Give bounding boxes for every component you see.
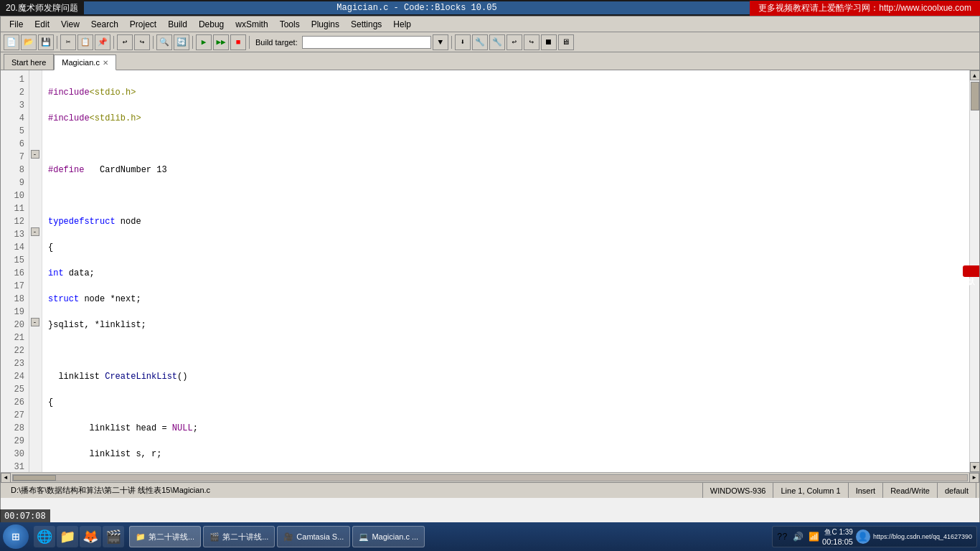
status-mode: Insert — [849, 483, 884, 498]
taskbar-ie-icon[interactable]: 🌐 — [34, 526, 55, 547]
toolbar-sep-5 — [249, 36, 250, 49]
tray-avatar: 👤 — [856, 529, 870, 544]
taskbar-icon-4: 💻 — [359, 532, 369, 542]
taskbar-btn-4[interactable]: 💻 Magician.c ... — [352, 526, 425, 547]
taskbar-label-3: Camtasia S... — [296, 532, 344, 541]
menu-file[interactable]: File — [4, 18, 29, 31]
toolbar-down-arrow[interactable]: ▼ — [433, 34, 448, 50]
toolbar-undo[interactable]: ↩ — [117, 34, 133, 50]
menu-project[interactable]: Project — [124, 18, 162, 31]
fold-column: - - - — [29, 70, 42, 472]
toolbar-open[interactable]: 📂 — [21, 34, 37, 50]
horizontal-scroll-thumb[interactable] — [13, 475, 56, 481]
fold-7[interactable]: - — [31, 150, 39, 159]
scroll-left-arrow[interactable]: ◄ — [1, 473, 11, 483]
menu-debug[interactable]: Debug — [193, 18, 230, 31]
taskbar-media-icon[interactable]: 🎬 — [103, 526, 124, 547]
tab-magician[interactable]: Magician.c ✕ — [54, 55, 116, 70]
code-line-10: }sqlist, *linklist; — [48, 319, 963, 331]
scroll-thumb[interactable] — [971, 82, 979, 110]
toolbar-replace[interactable]: 🔄 — [174, 34, 189, 50]
code-line-11 — [48, 344, 963, 357]
toolbar-sep-1 — [57, 36, 57, 49]
tab-close-icon[interactable]: ✕ — [103, 59, 108, 67]
ide-window: File Edit View Search Project Build Debu… — [0, 16, 980, 540]
code-line-2: #include <stdlib.h> — [48, 112, 963, 125]
tray-corner-time: 鱼C 1:39 — [822, 527, 853, 537]
code-area[interactable]: #include <stdio.h> #include <stdlib.h> #… — [42, 70, 969, 472]
menu-tools[interactable]: Tools — [274, 18, 306, 31]
toolbar-copy[interactable]: 📋 — [77, 34, 93, 50]
taskbar-label-2: 第二十讲线... — [222, 532, 268, 542]
toolbar-debug4[interactable]: ↩ — [507, 34, 522, 50]
taskbar-icon-2: 🎬 — [209, 532, 220, 542]
taskbar-label-1: 第二十讲线... — [149, 532, 194, 542]
code-line-5 — [48, 189, 963, 202]
toolbar-compile[interactable]: ▶ — [196, 34, 212, 50]
code-line-6: typedef struct node — [48, 215, 963, 228]
taskbar-icon-3: 🎥 — [283, 532, 293, 542]
menu-help[interactable]: Help — [387, 18, 417, 31]
tray-time-display: 鱼C 1:39 00:18:05 — [822, 527, 853, 546]
toolbar-redo[interactable]: ↪ — [134, 34, 150, 50]
window-title: Magician.c - Code::Blocks 10.05 — [84, 1, 750, 14]
toolbar-debug1[interactable]: ⬇ — [455, 34, 471, 50]
toolbar-debug2[interactable]: 🔧 — [472, 34, 488, 50]
taskbar-icon-1: 📁 — [136, 532, 146, 542]
menu-settings[interactable]: Settings — [345, 18, 387, 31]
menu-edit[interactable]: Edit — [29, 18, 55, 31]
toolbar-run[interactable]: ▶▶ — [213, 34, 229, 50]
left-title: 20.魔术师发牌问题 — [0, 2, 84, 14]
taskbar-firefox-icon[interactable]: 🦊 — [80, 526, 101, 547]
menu-build[interactable]: Build — [162, 18, 193, 31]
toolbar-cut[interactable]: ✂ — [60, 34, 76, 50]
code-line-13: { — [48, 396, 963, 409]
menu-view[interactable]: View — [55, 18, 85, 31]
tray-full-time: 00:18:05 — [822, 537, 853, 546]
video-timer: 00:07:08 — [0, 509, 50, 522]
scroll-down-arrow[interactable]: ▼ — [970, 462, 980, 472]
editor-area: 1 2 3 4 5 6 7 8 9 10 11 12 13 14 15 16 1… — [1, 70, 979, 472]
tab-start-here[interactable]: Start here — [4, 54, 54, 70]
toolbar-sep-3 — [153, 36, 154, 49]
menubar: File Edit View Search Project Build Debu… — [1, 17, 979, 32]
toolbar-sep-4 — [192, 36, 193, 49]
code-line-3 — [48, 138, 963, 151]
scroll-right-arrow[interactable]: ► — [969, 473, 979, 483]
horizontal-scrollbar: ◄ ► — [1, 472, 979, 482]
tabs-area: Start here Magician.c ✕ — [1, 52, 979, 70]
toolbar-debug3[interactable]: 🔧 — [489, 34, 505, 50]
taskbar-btn-1[interactable]: 📁 第二十讲线... — [129, 526, 201, 547]
toolbar-debug6[interactable]: ⏹ — [541, 34, 557, 50]
status-path: D:\播布客\数据结构和算法\第二十讲 线性表15\Magician.c — [4, 483, 703, 498]
statusbar: D:\播布客\数据结构和算法\第二十讲 线性表15\Magician.c WIN… — [1, 482, 979, 498]
toolbar-new[interactable]: 📄 — [4, 34, 19, 50]
fold-21[interactable]: - — [31, 318, 39, 326]
toolbar-paste[interactable]: 📌 — [95, 34, 110, 50]
toolbar-stop[interactable]: ■ — [230, 34, 246, 50]
build-target-input[interactable] — [302, 36, 431, 49]
menu-search[interactable]: Search — [85, 18, 124, 31]
scroll-up-arrow[interactable]: ▲ — [970, 70, 980, 80]
menu-wxsmith[interactable]: wxSmith — [230, 18, 273, 31]
menu-plugins[interactable]: Plugins — [306, 18, 345, 31]
taskbar-explorer-icon[interactable]: 📁 — [57, 526, 78, 547]
code-line-12: linklist CreateLinkList() — [48, 370, 963, 383]
taskbar: ⊞ 🌐 📁 🦊 🎬 📁 第二十讲线... 🎬 第二十讲线... 🎥 Camtas… — [0, 522, 980, 551]
tray-icons: ?? 🔊 📶 — [777, 532, 819, 542]
toolbar-debug5[interactable]: ↪ — [524, 34, 540, 50]
fold-13[interactable]: - — [31, 227, 39, 236]
horizontal-scroll-track — [12, 474, 968, 481]
side-button[interactable]: 默认 — [963, 265, 979, 277]
code-line-8: int data; — [48, 267, 963, 280]
toolbar-save[interactable]: 💾 — [38, 34, 54, 50]
status-build: default — [938, 483, 976, 498]
line-numbers: 1 2 3 4 5 6 7 8 9 10 11 12 13 14 15 16 1… — [1, 70, 29, 472]
code-line-1: #include <stdio.h> — [48, 86, 963, 99]
taskbar-btn-3[interactable]: 🎥 Camtasia S... — [277, 526, 350, 547]
start-button[interactable]: ⊞ — [3, 524, 29, 549]
toolbar-find[interactable]: 🔍 — [156, 34, 172, 50]
toolbar-sep-2 — [113, 36, 114, 49]
toolbar-monitor[interactable]: 🖥 — [558, 34, 574, 50]
taskbar-btn-2[interactable]: 🎬 第二十讲线... — [203, 526, 275, 547]
